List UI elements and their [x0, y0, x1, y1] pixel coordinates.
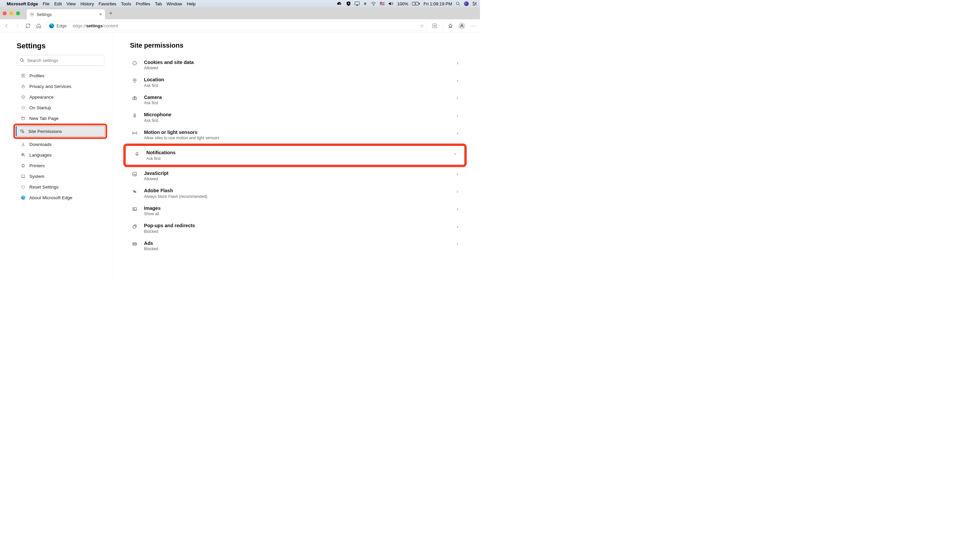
permission-row-images[interactable]: ImagesShow all› — [130, 202, 460, 220]
permission-row-pop-ups-and-redirects[interactable]: Pop-ups and redirectsBlocked› — [130, 220, 460, 237]
snowflake-icon[interactable]: ✳︎ — [363, 1, 367, 6]
sidebar-item-label: Privacy and Services — [29, 84, 71, 89]
sidebar-item-label: On Startup — [29, 105, 51, 110]
highlight-site-permissions: Site Permissions — [13, 124, 107, 139]
permission-row-microphone[interactable]: MicrophoneAsk first› — [130, 108, 460, 126]
svg-point-12 — [461, 24, 462, 26]
sidebar-item-privacy-and-services[interactable]: Privacy and Services — [17, 81, 105, 92]
tab-title: Settings — [37, 12, 52, 17]
sidebar-item-about-microsoft-edge[interactable]: About Microsoft Edge — [17, 192, 105, 203]
svg-rect-35 — [134, 113, 135, 116]
sidebar-item-label: New Tab Page — [29, 116, 59, 121]
permission-row-cookies-and-site-data[interactable]: Cookies and site dataAllowed› — [130, 56, 460, 74]
tab-strip: Settings × + — [0, 7, 480, 19]
newtab-icon — [21, 116, 26, 121]
menu-view[interactable]: View — [66, 1, 76, 6]
flag-us-icon[interactable]: 🇺🇸 — [380, 2, 385, 6]
sidebar-item-label: Site Permissions — [28, 129, 62, 134]
sidebar-item-reset-settings[interactable]: Reset Settings — [17, 182, 105, 192]
menu-profiles[interactable]: Profiles — [136, 1, 150, 6]
tab-close-button[interactable]: × — [99, 12, 102, 17]
sidebar-item-new-tab-page[interactable]: New Tab Page — [17, 113, 105, 124]
cookie-icon — [132, 60, 138, 66]
permission-row-ads[interactable]: AdsBlocked› — [130, 237, 460, 255]
sidebar-item-on-startup[interactable]: On Startup — [17, 102, 105, 113]
menubar-app-name[interactable]: Microsoft Edge — [7, 1, 38, 6]
window-zoom-button[interactable] — [16, 11, 20, 15]
cloud-icon[interactable] — [337, 2, 342, 6]
siri-icon[interactable] — [464, 2, 469, 6]
mac-menubar: Microsoft Edge File Edit View History Fa… — [0, 0, 480, 7]
permission-subtitle: Ask first — [144, 118, 450, 123]
permission-row-motion-or-light-sensors[interactable]: Motion or light sensorsAllow sites to us… — [130, 126, 460, 144]
menu-tab[interactable]: Tab — [155, 1, 162, 6]
permission-title: Notifications — [146, 150, 448, 156]
sidebar-item-label: Printers — [29, 163, 45, 168]
window-controls — [3, 11, 20, 15]
window-minimize-button[interactable] — [9, 11, 13, 15]
settings-search-input[interactable] — [27, 57, 101, 63]
volume-icon[interactable] — [388, 2, 393, 6]
sidebar-item-printers[interactable]: Printers — [17, 160, 105, 171]
more-menu-button[interactable]: ··· — [470, 23, 476, 29]
shield-5-icon[interactable]: 5 — [346, 2, 350, 6]
window-close-button[interactable] — [3, 11, 7, 15]
sidebar-item-system[interactable]: System — [17, 171, 105, 182]
favorites-icon[interactable] — [447, 23, 454, 29]
control-center-icon[interactable] — [472, 2, 477, 6]
svg-point-6 — [473, 2, 474, 3]
profile-avatar[interactable] — [458, 22, 466, 29]
menu-edit[interactable]: Edit — [54, 1, 62, 6]
permission-row-camera[interactable]: CameraAsk first› — [130, 91, 460, 109]
mic-icon — [132, 113, 138, 119]
permission-row-adobe-flash[interactable]: Adobe FlashAlways block Flash (recommend… — [130, 185, 460, 202]
back-button[interactable] — [4, 23, 10, 29]
sidebar-item-appearance[interactable]: Appearance — [17, 92, 105, 102]
ads-icon — [132, 241, 138, 247]
svg-point-11 — [434, 25, 435, 26]
permission-title: Location — [144, 77, 450, 83]
chevron-right-icon: › — [457, 223, 458, 229]
permission-title: Images — [144, 206, 450, 211]
permission-title: Pop-ups and redirects — [144, 223, 450, 228]
chevron-right-icon: › — [457, 206, 458, 212]
address-bar[interactable]: Edge edge://settings/content ☆ — [46, 21, 427, 30]
sidebar-item-profiles[interactable]: Profiles — [17, 70, 105, 81]
sidebar-item-site-permissions[interactable]: Site Permissions — [16, 126, 105, 137]
menu-help[interactable]: Help — [187, 1, 196, 6]
sidebar-item-downloads[interactable]: Downloads — [17, 139, 105, 150]
menu-window[interactable]: Window — [167, 1, 182, 6]
svg-point-29 — [135, 62, 135, 63]
permission-row-javascript[interactable]: JSJavaScriptAllowed› — [130, 167, 460, 185]
permission-subtitle: Allow sites to use motion and light sens… — [144, 136, 450, 140]
menu-favorites[interactable]: Favorites — [99, 1, 116, 6]
favorite-star-icon[interactable]: ☆ — [420, 23, 424, 29]
sidebar-item-languages[interactable]: ALanguages — [17, 150, 105, 160]
language-icon: A — [21, 153, 26, 158]
settings-search[interactable] — [17, 55, 104, 65]
airplay-icon[interactable] — [354, 2, 360, 6]
svg-rect-10 — [433, 24, 437, 28]
refresh-button[interactable] — [25, 23, 31, 29]
chevron-right-icon: › — [457, 78, 458, 83]
new-tab-button[interactable]: + — [107, 10, 115, 18]
screenshot-icon[interactable] — [432, 23, 438, 29]
wifi-icon[interactable] — [371, 2, 376, 6]
tab-settings[interactable]: Settings × — [27, 10, 105, 19]
search-icon — [20, 58, 25, 63]
svg-point-2 — [373, 5, 374, 6]
chevron-right-icon: › — [457, 171, 458, 177]
menu-file[interactable]: File — [43, 1, 50, 6]
svg-rect-25 — [22, 165, 25, 166]
spotlight-icon[interactable] — [456, 2, 460, 6]
chevron-right-icon: › — [457, 95, 458, 101]
settings-heading: Settings — [17, 41, 105, 50]
menu-tools[interactable]: Tools — [121, 1, 131, 6]
menubar-clock[interactable]: Fri 1:09:19 PM — [424, 1, 452, 6]
permission-row-notifications[interactable]: NotificationsAsk first› — [126, 146, 464, 165]
svg-point-36 — [134, 132, 135, 134]
permission-row-location[interactable]: LocationAsk first› — [130, 73, 460, 91]
home-button[interactable] — [36, 23, 42, 29]
omnibox-separator — [70, 23, 70, 29]
menu-history[interactable]: History — [80, 1, 94, 6]
